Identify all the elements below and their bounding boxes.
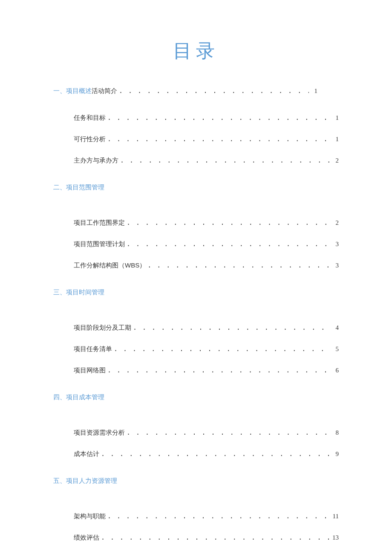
subitem-label: 可行性分析	[74, 135, 106, 143]
leader-dots	[127, 219, 330, 227]
section-2-heading[interactable]: 二、项目范围管理	[53, 183, 339, 192]
leader-dots	[127, 429, 330, 436]
subitem-page: 13	[332, 534, 339, 541]
leader-dots	[120, 157, 330, 164]
subitem-label: 主办方与承办方	[74, 157, 118, 165]
subitem-label: 绩效评估	[74, 534, 99, 542]
toc-subitem: 架构与职能 11	[74, 512, 339, 520]
leader-dots	[101, 534, 330, 541]
subitem-page: 5	[332, 346, 339, 353]
leader-dots	[107, 366, 330, 374]
toc-subitem: 项目阶段划分及工期 4	[74, 324, 339, 332]
subitem-page: 9	[332, 450, 339, 458]
leader-dots	[114, 345, 330, 353]
subitem-label: 项目工作范围界定	[74, 219, 125, 227]
section-1-page: 1	[311, 87, 317, 95]
section-4-heading[interactable]: 四、项目成本管理	[53, 393, 339, 401]
toc-subitem: 项目任务清单 5	[74, 345, 339, 353]
subitem-page: 3	[332, 241, 339, 248]
subitem-label: 成本估计	[74, 450, 99, 458]
leader-dots	[119, 87, 309, 95]
toc-subitem: 成本估计 9	[74, 450, 339, 458]
section-1-line: 一、项目概述活动简介 1	[53, 87, 339, 95]
toc-page: 目录 一、项目概述活动简介 1 任务和目标 1 可行性分析 1 主办方与承办方 …	[0, 0, 392, 555]
leader-dots	[107, 135, 330, 143]
leader-dots	[127, 240, 330, 248]
section-3-heading[interactable]: 三、项目时间管理	[53, 288, 339, 296]
leader-dots	[133, 324, 330, 331]
subitem-page: 8	[332, 429, 339, 436]
subitem-label: 项目阶段划分及工期	[74, 324, 131, 332]
subitem-page: 2	[332, 219, 339, 227]
subitem-page: 1	[332, 114, 339, 122]
toc-subitem: 工作分解结构图（WBS） 3	[74, 262, 339, 270]
section-1-link[interactable]: 项目概述	[66, 87, 92, 94]
toc-subitem: 项目范围管理计划 3	[74, 240, 339, 248]
subitem-label: 架构与职能	[74, 512, 106, 520]
leader-dots	[147, 262, 330, 269]
toc-subitem: 项目工作范围界定 2	[74, 219, 339, 227]
subitem-label: 项目网络图	[74, 366, 106, 375]
section-5-heading[interactable]: 五、项目人力资源管理	[53, 477, 339, 485]
toc-subitem: 可行性分析 1	[74, 135, 339, 143]
toc-subitem: 项目网络图 6	[74, 366, 339, 375]
subitem-page: 3	[332, 262, 339, 269]
subitem-label: 任务和目标	[74, 114, 106, 122]
subitem-label: 项目范围管理计划	[74, 240, 125, 248]
section-1-after: 活动简介	[92, 87, 117, 94]
leader-dots	[107, 114, 330, 122]
subitem-page: 6	[332, 367, 339, 374]
subitem-page: 4	[332, 324, 339, 331]
toc-subitem: 项目资源需求分析 8	[74, 429, 339, 437]
subitem-page: 2	[332, 157, 339, 164]
section-1-number: 一、	[53, 87, 66, 94]
leader-dots	[101, 450, 330, 458]
subitem-page: 11	[332, 513, 339, 520]
subitem-label: 项目任务清单	[74, 345, 112, 353]
toc-subitem: 主办方与承办方 2	[74, 157, 339, 165]
subitem-page: 1	[332, 136, 339, 143]
toc-title: 目录	[53, 38, 339, 64]
toc-subitem: 任务和目标 1	[74, 114, 339, 122]
subitem-label: 项目资源需求分析	[74, 429, 125, 437]
subitem-label: 工作分解结构图（WBS）	[74, 262, 146, 270]
leader-dots	[107, 512, 330, 520]
toc-subitem: 绩效评估 13	[74, 534, 339, 542]
